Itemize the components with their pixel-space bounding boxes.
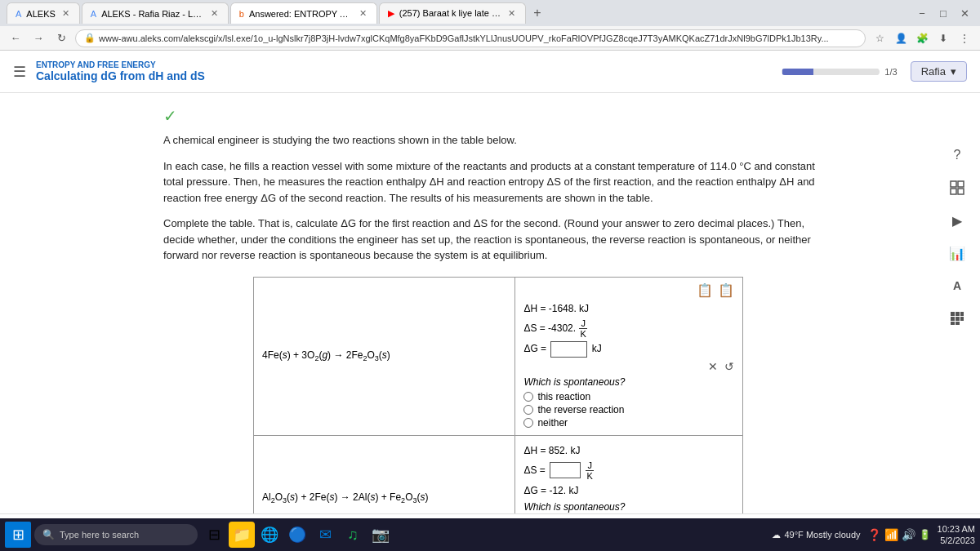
clock-time: 10:23 AM: [938, 523, 975, 535]
help-icon[interactable]: ?: [944, 142, 970, 168]
address-text: www-awu.aleks.com/alekscgi/x/lsl.exe/1o_…: [99, 33, 829, 43]
new-tab-button[interactable]: +: [528, 3, 547, 23]
x-button-1[interactable]: ✕: [708, 360, 718, 373]
menu-icon[interactable]: ☰: [13, 63, 26, 81]
progress-bar: [782, 69, 880, 75]
tray-sound-icon[interactable]: 🔊: [902, 528, 915, 541]
progress-text: 1/3: [884, 67, 897, 77]
profile-icon[interactable]: 👤: [892, 29, 910, 47]
para2-text: In each case, he fills a reaction vessel…: [163, 158, 833, 207]
clipboard-icon-1a[interactable]: 📋: [697, 282, 713, 298]
taskbar-search[interactable]: 🔍 Type here to search: [34, 524, 198, 545]
refresh-button-1[interactable]: ↺: [724, 360, 734, 373]
grid2-icon[interactable]: [944, 305, 970, 331]
reload-button[interactable]: ↻: [52, 29, 70, 47]
taskbar-camera[interactable]: 📷: [368, 522, 394, 548]
svg-rect-8: [956, 317, 960, 321]
dH-value-1: ΔH = -1648. kJ: [523, 301, 734, 316]
table-row-1: 4Fe(s) + 3O2(g) → 2Fe2O3(s) 📋 📋 ΔH = -16…: [254, 277, 743, 435]
checkmark-icon: ✓: [163, 106, 833, 126]
close-window-button[interactable]: ✕: [956, 4, 973, 22]
tray-wifi-icon[interactable]: 📶: [884, 528, 898, 541]
taskbar-clock: 10:23 AM 5/2/2023: [938, 523, 975, 547]
search-icon: 🔍: [42, 529, 55, 540]
svg-rect-0: [951, 181, 956, 187]
tab-aleks[interactable]: A ALEKS ✕: [7, 2, 80, 24]
spontaneous-label-2: Which is spontaneous?: [523, 501, 734, 513]
table-row-2: Al2O3(s) + 2Fe(s) → 2Al(s) + Fe2O3(s) ΔH…: [254, 435, 743, 513]
radio-group-1: this reaction the reverse reaction neith…: [523, 391, 734, 429]
more-icon[interactable]: ⋮: [956, 29, 973, 47]
address-bar[interactable]: 🔒 www-awu.aleks.com/alekscgi/x/lsl.exe/1…: [75, 29, 866, 47]
tray-question-icon[interactable]: ❓: [867, 528, 881, 541]
tab-youtube[interactable]: ▶ (257) Baraat k liye late hogaye 😊 ✕: [379, 2, 526, 24]
search-placeholder-text: Type here to search: [60, 530, 139, 540]
user-button[interactable]: Rafia ▾: [911, 61, 967, 82]
taskbar-chrome[interactable]: 🔵: [284, 522, 310, 548]
data-table: 4Fe(s) + 3O2(g) → 2Fe2O3(s) 📋 📋 ΔH = -16…: [253, 277, 743, 514]
tab-favicon-youtube: ▶: [388, 8, 394, 19]
data-cell-1: 📋 📋 ΔH = -1648. kJ ΔS = -4302. J K: [515, 277, 743, 435]
taskbar-edge[interactable]: 🌐: [256, 522, 283, 548]
svg-rect-9: [960, 317, 964, 321]
tab-rafia[interactable]: A ALEKS - Rafia Riaz - Learn ✕: [82, 2, 229, 24]
dS-input-2[interactable]: [550, 462, 581, 478]
restore-button[interactable]: □: [934, 4, 952, 22]
tab-answered[interactable]: b Answered: ENTROPY AND FREE E ✕: [230, 2, 377, 24]
minimize-button[interactable]: −: [913, 4, 931, 22]
nav-bar: ← → ↻ 🔒 www-awu.aleks.com/alekscgi/x/lsl…: [0, 26, 980, 51]
tab-favicon-answered: b: [239, 9, 244, 19]
system-tray: ❓ 📶 🔊 🔋: [867, 528, 931, 541]
cloud-icon: ☁: [772, 530, 781, 540]
lock-icon: 🔒: [84, 33, 96, 43]
progress-segment-2: [815, 69, 846, 75]
tab-favicon-aleks: A: [16, 9, 21, 19]
grid-icon[interactable]: [944, 175, 970, 201]
tab-close-youtube[interactable]: ✕: [506, 7, 517, 20]
intro-text: A chemical engineer is studying the two …: [163, 132, 833, 149]
taskbar-file-explorer[interactable]: 📁: [229, 522, 255, 548]
svg-rect-1: [958, 181, 964, 187]
dS-fraction-1: J K: [578, 318, 587, 339]
browser-chrome: A ALEKS ✕ A ALEKS - Rafia Riaz - Learn ✕…: [0, 0, 980, 51]
start-button[interactable]: ⊞: [5, 522, 31, 548]
download-icon[interactable]: ⬇: [934, 29, 952, 47]
bookmark-star-icon[interactable]: ☆: [871, 29, 889, 47]
chart-icon[interactable]: 📊: [944, 240, 970, 266]
taskbar-mail[interactable]: ✉: [312, 522, 338, 548]
taskbar-task-view[interactable]: ⊟: [201, 522, 227, 548]
svg-rect-3: [958, 189, 964, 194]
tab-close-answered[interactable]: ✕: [358, 7, 368, 20]
svg-rect-6: [960, 312, 964, 316]
radio-circle-1b: [523, 405, 533, 415]
extensions-icon[interactable]: 🧩: [913, 29, 931, 47]
tab-title-youtube: (257) Baraat k liye late hogaye 😊: [399, 8, 501, 19]
tab-close-aleks[interactable]: ✕: [60, 7, 71, 20]
taskbar-spotify[interactable]: ♫: [340, 522, 366, 548]
back-button[interactable]: ←: [7, 29, 24, 47]
header-title-section: ENTROPY AND FREE ENERGY Calculating dG f…: [36, 60, 205, 82]
taskbar: ⊞ 🔍 Type here to search ⊟ 📁 🌐 🔵 ✉ ♫ 📷 ☁ …: [0, 518, 980, 551]
clipboard-icon-1b[interactable]: 📋: [718, 282, 734, 298]
svg-rect-4: [951, 312, 955, 316]
app-header: ☰ ENTROPY AND FREE ENERGY Calculating dG…: [0, 51, 980, 93]
svg-rect-5: [956, 312, 960, 316]
radio-circle-1c: [523, 418, 533, 428]
tray-battery-icon[interactable]: 🔋: [919, 529, 931, 540]
nav-icons: ☆ 👤 🧩 ⬇ ⋮: [871, 29, 973, 47]
dG-input-1[interactable]: [550, 341, 587, 358]
radio-this-reaction-1[interactable]: this reaction: [523, 391, 734, 402]
radio-neither-1[interactable]: neither: [523, 417, 734, 429]
dG-row-1: ΔG = kJ: [523, 341, 734, 358]
tab-close-rafia[interactable]: ✕: [209, 7, 220, 20]
A-icon[interactable]: A: [944, 273, 970, 299]
svg-rect-11: [956, 322, 960, 325]
chevron-down-icon: ▾: [951, 65, 956, 78]
radio-circle-1a: [523, 392, 533, 402]
play-icon[interactable]: ▶: [944, 207, 970, 233]
side-toolbar: ? ▶ 📊 A: [944, 142, 970, 331]
tab-bar: A ALEKS ✕ A ALEKS - Rafia Riaz - Learn ✕…: [0, 0, 980, 26]
reaction-equation-1: 4Fe(s) + 3O2(g) → 2Fe2O3(s): [262, 349, 390, 361]
forward-button[interactable]: →: [29, 29, 47, 47]
radio-reverse-reaction-1[interactable]: the reverse reaction: [523, 404, 734, 415]
